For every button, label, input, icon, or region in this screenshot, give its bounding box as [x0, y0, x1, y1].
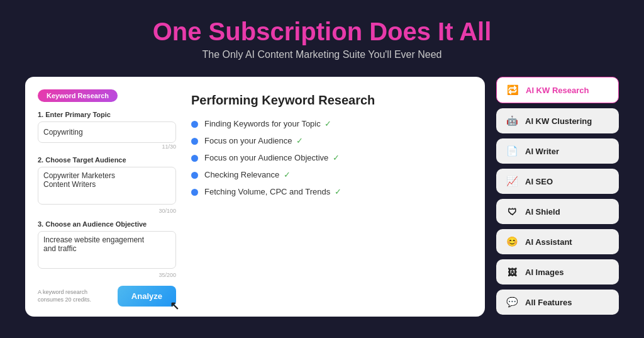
sidebar-item-ai-shield[interactable]: 🛡 AI Shield [496, 199, 619, 224]
page-title: One Subscription Does It All [153, 18, 492, 45]
field2-label: 2. Choose Target Audience [38, 156, 176, 164]
progress-dot-5 [191, 189, 198, 196]
page-header: One Subscription Does It All The Only AI… [153, 0, 492, 67]
form-footer: A keyword research consumes 20 credits. … [38, 286, 176, 307]
field3-label: 3. Choose an Audience Objective [38, 220, 176, 228]
progress-dot-1 [191, 121, 198, 128]
kw-research-icon: 🔁 [506, 83, 519, 97]
progress-title: Performing Keyword Research [191, 93, 472, 108]
writer-icon: 📄 [505, 144, 519, 158]
main-content: Keyword Research 1. Enter Primary Topic … [0, 77, 644, 317]
progress-item-1: Finding Keywords for your Topic ✓ [191, 119, 472, 128]
field1-label: 1. Enter Primary Topic [38, 111, 176, 118]
progress-item-3: Focus on your Audience Objective ✓ [191, 153, 472, 162]
progress-item-5: Fetching Volume, CPC and Trends ✓ [191, 187, 472, 196]
progress-dot-4 [191, 172, 198, 179]
right-sidebar: 🔁 AI KW Research 🤖 AI KW Clustering 📄 AI… [496, 77, 619, 317]
sidebar-item-ai-assistant[interactable]: 😊 AI Assistant [496, 229, 619, 254]
sidebar-item-all-features[interactable]: 💬 All Features [496, 290, 619, 315]
sidebar-item-ai-kw-research[interactable]: 🔁 AI KW Research [496, 77, 619, 103]
assistant-icon: 😊 [505, 235, 519, 249]
kw-clustering-icon: 🤖 [505, 114, 519, 128]
progress-dot-2 [191, 138, 198, 145]
seo-icon: 📈 [505, 174, 519, 188]
audience-objective-input[interactable]: Increase website engagement and traffic [38, 231, 176, 269]
sidebar-item-ai-seo[interactable]: 📈 AI SEO [496, 169, 619, 194]
field3-char: 35/200 [38, 272, 176, 278]
progress-item-2: Focus on your Audience ✓ [191, 136, 472, 145]
sidebar-item-ai-writer[interactable]: 📄 AI Writer [496, 138, 619, 164]
cursor-icon: ↖ [170, 299, 179, 313]
credits-text: A keyword research consumes 20 credits. [38, 289, 111, 303]
sidebar-item-ai-kw-clustering[interactable]: 🤖 AI KW Clustering [496, 108, 619, 133]
analyze-button[interactable]: Analyze ↖ [118, 286, 176, 307]
progress-list: Finding Keywords for your Topic ✓ Focus … [191, 119, 472, 196]
field2-char: 30/100 [38, 208, 176, 214]
progress-item-4: Checking Relevance ✓ [191, 170, 472, 179]
field1-char: 11/30 [38, 144, 176, 150]
keyword-research-badge: Keyword Research [38, 89, 118, 102]
progress-dot-3 [191, 155, 198, 162]
progress-section: Performing Keyword Research Finding Keyw… [176, 89, 472, 307]
page-subtitle: The Only AI Content Marketing Suite You'… [153, 49, 492, 60]
sidebar-item-ai-images[interactable]: 🖼 AI Images [496, 259, 619, 284]
primary-topic-input[interactable] [38, 121, 176, 143]
all-features-icon: 💬 [505, 295, 519, 309]
target-audience-input[interactable]: Copywriter Marketers Content Writers [38, 167, 176, 205]
shield-icon: 🛡 [505, 205, 519, 218]
left-panel: Keyword Research 1. Enter Primary Topic … [25, 77, 485, 317]
form-section: Keyword Research 1. Enter Primary Topic … [38, 89, 176, 307]
images-icon: 🖼 [505, 265, 519, 279]
